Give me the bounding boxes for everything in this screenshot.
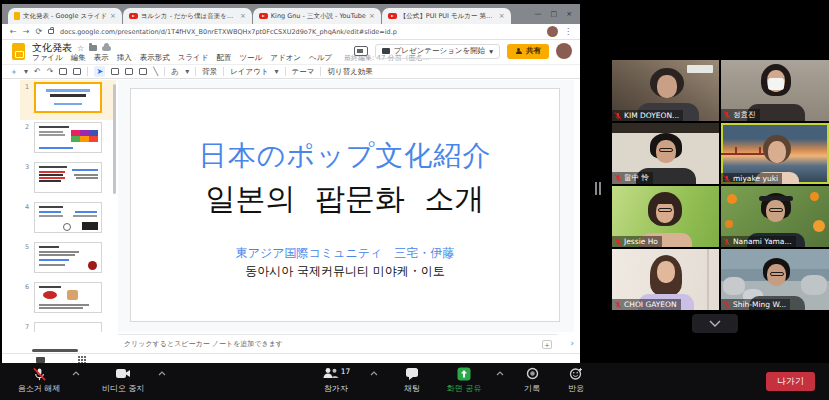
tab-youtube-2[interactable]: King Gnu - 三文小説 - YouTube ×: [253, 8, 381, 24]
unmute-button[interactable]: 음소거 해제: [8, 367, 70, 394]
theme-button[interactable]: テーマ: [292, 67, 315, 77]
menu-insert[interactable]: 挿入: [117, 53, 132, 63]
slides-toolbar: ＋ ▾ ↶ ↷ ➤ ╲ あ ▾ 背景 レイアウト ▾ テーマ 切り替え効果: [2, 64, 580, 79]
menu-slide[interactable]: スライド: [178, 53, 209, 63]
youtube-favicon-icon: [388, 13, 397, 19]
move-folder-icon[interactable]: [89, 45, 97, 51]
participant-tile[interactable]: Jessie Ho: [612, 186, 719, 247]
font-caret-icon[interactable]: ▾: [185, 68, 189, 76]
layout-button[interactable]: レイアウト: [230, 67, 268, 77]
window-close-icon[interactable]: ×: [566, 10, 572, 18]
video-options-caret-icon[interactable]: [158, 371, 166, 376]
thumb-number: 6: [20, 280, 34, 320]
mic-options-caret-icon[interactable]: [72, 371, 80, 376]
tab-close-icon[interactable]: ×: [240, 12, 246, 20]
slide-thumbnail-7[interactable]: 7: [20, 320, 116, 332]
tab-strip: 文化発表 - Google スライド × ヨルシカ - だから僕は音楽を辞めた……: [2, 4, 580, 24]
layout-caret-icon[interactable]: ▾: [275, 68, 279, 76]
current-slide[interactable]: 日本のポップ文化紹介 일본의 팝문화 소개 東アジア国際コミュニティ 三宅・伊藤…: [130, 88, 560, 322]
menu-help[interactable]: ヘルプ: [309, 53, 332, 63]
address-input[interactable]: docs.google.com/presentation/d/1T4fHVX_B…: [60, 28, 541, 36]
stop-video-label: 비디오 중지: [102, 383, 145, 394]
notes-add-icon[interactable]: +: [542, 340, 552, 349]
slide-thumbnail-6[interactable]: 6: [20, 280, 116, 320]
collapse-strip-button[interactable]: [692, 314, 738, 333]
present-caret-icon[interactable]: ▾: [489, 47, 493, 56]
slide-thumbnail-1[interactable]: 1: [20, 80, 116, 120]
tab-close-icon[interactable]: ×: [369, 12, 375, 20]
tab-youtube-3[interactable]: 【公式】PUI PUI モルカー 第1話… ×: [382, 8, 511, 24]
screen-share-label: 화면 공유: [447, 383, 482, 394]
browser-menu-icon[interactable]: ⋮: [564, 27, 572, 36]
slide-thumbnail-3[interactable]: 3: [20, 160, 116, 200]
menu-edit[interactable]: 編集: [71, 53, 86, 63]
select-cursor-icon[interactable]: ➤: [94, 66, 105, 77]
toolbar-caret-icon[interactable]: ▾: [24, 68, 28, 76]
insert-image-icon[interactable]: [125, 68, 133, 75]
participant-tile[interactable]: 畠中 怜: [612, 123, 719, 184]
speaker-notes[interactable]: クリックするとスピーカー ノートを追加できます +: [118, 334, 558, 353]
tab-close-icon[interactable]: ×: [499, 12, 505, 20]
insert-line-icon[interactable]: ╲: [153, 68, 158, 76]
new-slide-icon[interactable]: ＋: [10, 68, 18, 76]
text-box-icon[interactable]: [111, 68, 119, 75]
slide-thumbnail-2[interactable]: 2: [20, 120, 116, 160]
stop-video-button[interactable]: 비디오 중지: [92, 367, 154, 394]
menu-tools[interactable]: ツール: [239, 53, 262, 63]
chat-button[interactable]: 채팅: [392, 367, 432, 394]
menu-addons[interactable]: アドオン: [270, 53, 301, 63]
account-avatar[interactable]: [556, 43, 572, 59]
tab-youtube-1[interactable]: ヨルシカ - だから僕は音楽を辞めた… ×: [123, 8, 252, 24]
print-icon[interactable]: [59, 68, 67, 75]
youtube-favicon-icon: [259, 13, 268, 19]
participant-tile[interactable]: Nanami Yama...: [721, 186, 829, 247]
star-icon[interactable]: ☆: [77, 44, 84, 53]
paint-format-icon[interactable]: [73, 68, 81, 75]
font-tool-icon[interactable]: あ: [171, 68, 179, 76]
start-presentation-button[interactable]: プレゼンテーションを開始 ▾: [375, 44, 500, 59]
undo-icon[interactable]: ↶: [34, 68, 41, 76]
slide-title-block[interactable]: 日本のポップ文化紹介 일본의 팝문화 소개: [131, 137, 559, 220]
screen-share-button[interactable]: 화면 공유: [436, 367, 492, 394]
menu-file[interactable]: ファイル: [32, 53, 63, 63]
window-minimize-icon[interactable]: —: [535, 10, 542, 18]
menu-view[interactable]: 表示: [94, 53, 109, 63]
presenter-view-icon[interactable]: [354, 46, 368, 56]
share-options-caret-icon[interactable]: [496, 371, 504, 376]
menu-format[interactable]: 表示形式: [140, 53, 170, 63]
background-button[interactable]: 背景: [202, 67, 217, 77]
grid-view-icon[interactable]: [78, 356, 86, 363]
menu-arrange[interactable]: 配置: [216, 53, 231, 63]
insert-shape-icon[interactable]: [139, 68, 147, 75]
leave-meeting-button[interactable]: 나가기: [766, 372, 815, 391]
slide-subtitle-block[interactable]: 東アジア国際コミュニティ 三宅・伊藤 동아시아 국제커뮤니티 미야케・이토: [131, 245, 559, 280]
record-button[interactable]: 기록: [512, 367, 552, 394]
panel-scrollbar[interactable]: [32, 349, 78, 352]
reload-icon[interactable]: ⟳: [35, 27, 42, 36]
forward-icon[interactable]: →: [23, 27, 30, 36]
reactions-button[interactable]: 반응: [556, 367, 596, 394]
chrome-profile-avatar[interactable]: [547, 26, 558, 37]
record-icon: [526, 367, 539, 380]
start-presentation-label: プレゼンテーションを開始: [394, 46, 486, 56]
participants-caret-icon[interactable]: [370, 371, 378, 376]
participant-tile[interactable]: KIM DOYEON...: [612, 60, 719, 121]
slide-thumbnail-4[interactable]: 4: [20, 200, 116, 240]
back-icon[interactable]: ←: [10, 27, 17, 36]
thumbnail-scrollbar[interactable]: [113, 84, 116, 194]
slide-thumbnail-5[interactable]: 5: [20, 240, 116, 280]
redo-icon[interactable]: ↷: [47, 68, 54, 76]
participants-button[interactable]: 17 참가자: [308, 367, 364, 394]
panel-drag-handle[interactable]: [595, 182, 601, 195]
participant-tile-active-speaker[interactable]: miyake yuki: [721, 123, 829, 184]
notes-expand-icon[interactable]: ›: [570, 338, 574, 348]
window-maximize-icon[interactable]: □: [551, 10, 558, 18]
tab-close-icon[interactable]: ×: [110, 12, 116, 20]
participant-tile[interactable]: CHOI GAYEON: [612, 249, 719, 310]
participant-tile[interactable]: Shih-Ming W...: [721, 249, 829, 310]
tab-slides[interactable]: 文化発表 - Google スライド ×: [8, 8, 122, 24]
participant-tile[interactable]: 정효진: [721, 60, 829, 121]
google-slides-logo-icon[interactable]: [12, 43, 25, 60]
share-button[interactable]: 共有: [507, 44, 549, 59]
transition-button[interactable]: 切り替え効果: [327, 67, 372, 77]
